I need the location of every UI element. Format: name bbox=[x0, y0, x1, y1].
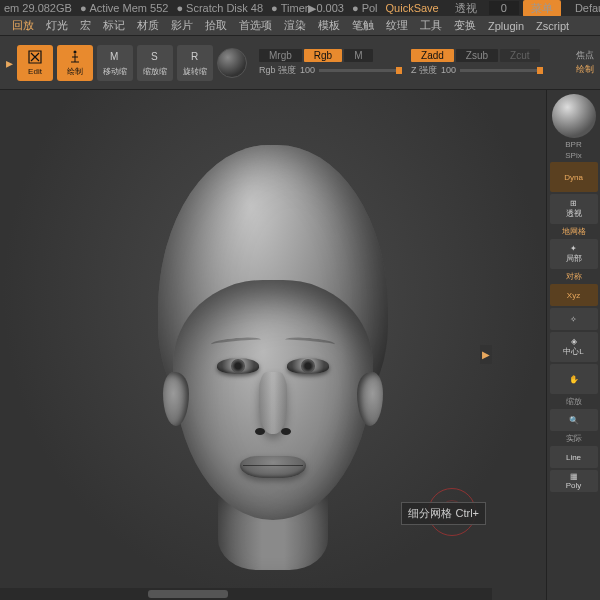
move-button[interactable]: M 移动缩 bbox=[97, 45, 133, 81]
menu-render[interactable]: 渲染 bbox=[278, 16, 312, 35]
timer: Timer▶0.003 bbox=[271, 2, 344, 15]
profile-dropdown[interactable]: DefaultZSc bbox=[569, 1, 600, 15]
menu-material[interactable]: 材质 bbox=[131, 16, 165, 35]
perspective-button[interactable]: ⊞透视 bbox=[550, 194, 598, 224]
center-button[interactable]: ◈中心L bbox=[550, 332, 598, 362]
floor-label[interactable]: 地网格 bbox=[550, 226, 598, 237]
menu-picker[interactable]: 拾取 bbox=[199, 16, 233, 35]
actual-label: 实际 bbox=[550, 433, 598, 444]
polycount: Pol bbox=[352, 2, 378, 14]
rgb-intensity-label: Rgb 强度 bbox=[259, 64, 296, 77]
scale-button[interactable]: S 缩放缩 bbox=[137, 45, 173, 81]
rgb-mode[interactable]: Rgb bbox=[304, 49, 342, 62]
menu-preferences[interactable]: 首选项 bbox=[233, 16, 278, 35]
magnify-icon: 🔍 bbox=[569, 416, 579, 425]
actual-button[interactable]: 🔍 bbox=[550, 409, 598, 431]
menu-stencil[interactable]: 模板 bbox=[312, 16, 346, 35]
draw-icon bbox=[67, 48, 83, 64]
hand-icon: ✋ bbox=[569, 375, 579, 384]
rotate-button[interactable]: R 旋转缩 bbox=[177, 45, 213, 81]
tooltip: 细分网格 Ctrl+ bbox=[401, 502, 486, 525]
toolbar: ▸ Edit 绘制 M 移动缩 S 缩放缩 R 旋转缩 Mrgb Rgb M R… bbox=[0, 36, 600, 90]
material-preview[interactable] bbox=[217, 48, 247, 78]
zsub-mode[interactable]: Zsub bbox=[456, 49, 498, 62]
zadd-mode[interactable]: Zadd bbox=[411, 49, 454, 62]
z-intensity-slider[interactable] bbox=[460, 69, 540, 72]
menu-transform[interactable]: 变换 bbox=[448, 16, 482, 35]
edit-button[interactable]: Edit bbox=[17, 45, 53, 81]
quicksave-button[interactable]: QuickSave bbox=[386, 2, 439, 14]
z-intensity-label: Z 强度 bbox=[411, 64, 437, 77]
svg-point-0 bbox=[74, 51, 77, 54]
viewport[interactable]: 细分网格 Ctrl+ ▶ bbox=[0, 90, 546, 600]
menu-macro[interactable]: 宏 bbox=[74, 16, 97, 35]
right-shelf: BPR SPix Dyna ⊞透视 地网格 ✦局部 对称 Xyz ✧ ◈中心L … bbox=[546, 90, 600, 600]
menu-tool[interactable]: 工具 bbox=[414, 16, 448, 35]
mrgb-mode[interactable]: Mrgb bbox=[259, 49, 302, 62]
axis-icon: ✧ bbox=[570, 315, 577, 324]
expand-icon[interactable]: ▸ bbox=[6, 55, 13, 71]
poly-button[interactable]: ▦Poly bbox=[550, 470, 598, 492]
lasso-icon bbox=[27, 49, 43, 65]
local-button[interactable]: ✦局部 bbox=[550, 239, 598, 269]
menu-zplugin[interactable]: Zplugin bbox=[482, 18, 530, 34]
menu-zscript[interactable]: Zscript bbox=[530, 18, 575, 34]
menu-stroke[interactable]: 笔触 bbox=[346, 16, 380, 35]
focus-label: 焦点 bbox=[576, 49, 594, 62]
zcut-mode[interactable]: Zcut bbox=[500, 49, 539, 62]
dynamesh-button[interactable]: Dyna bbox=[550, 162, 598, 192]
svg-text:S: S bbox=[151, 51, 158, 62]
polyframe-icon: ▦ bbox=[570, 472, 578, 481]
center-icon: ◈ bbox=[571, 337, 577, 346]
svg-text:R: R bbox=[191, 51, 198, 62]
line-button[interactable]: Line bbox=[550, 446, 598, 468]
grid-icon: ⊞ bbox=[570, 199, 577, 208]
perspective-value: 0 bbox=[489, 1, 519, 15]
symmetry-label[interactable]: 对称 bbox=[550, 271, 598, 282]
bpr-label: BPR bbox=[550, 140, 598, 149]
scale-icon: S bbox=[147, 48, 163, 64]
draw-button[interactable]: 绘制 bbox=[57, 45, 93, 81]
axis-button[interactable]: ✧ bbox=[550, 308, 598, 330]
menu-light[interactable]: 灯光 bbox=[40, 16, 74, 35]
free-mem: em 29.082GB bbox=[4, 2, 72, 14]
sculpt-mesh[interactable] bbox=[113, 145, 433, 565]
rotate-icon: R bbox=[187, 48, 203, 64]
menu-texture[interactable]: 纹理 bbox=[380, 16, 414, 35]
spix-label[interactable]: SPix bbox=[550, 151, 598, 160]
horizontal-scrollbar[interactable] bbox=[0, 588, 492, 600]
svg-text:M: M bbox=[110, 51, 118, 62]
xyz-button[interactable]: Xyz bbox=[550, 284, 598, 306]
zoom-label[interactable]: 缩放 bbox=[550, 396, 598, 407]
paint-label: 绘制 bbox=[576, 63, 594, 76]
rgb-intensity-slider[interactable] bbox=[319, 69, 399, 72]
frame-button[interactable]: ✋ bbox=[550, 364, 598, 394]
scratch-disk: Scratch Disk 48 bbox=[176, 2, 263, 14]
active-mem: Active Mem 552 bbox=[80, 2, 169, 14]
menu-marker[interactable]: 标记 bbox=[97, 16, 131, 35]
rgb-intensity-value: 100 bbox=[300, 65, 315, 75]
render-preview[interactable] bbox=[552, 94, 596, 138]
menu-playback[interactable]: 回放 bbox=[6, 16, 40, 35]
panel-expand-icon[interactable]: ▶ bbox=[480, 345, 492, 364]
perspective-label[interactable]: 透视 bbox=[455, 1, 477, 16]
move-icon: M bbox=[107, 48, 123, 64]
main-menu: 回放 灯光 宏 标记 材质 影片 拾取 首选项 渲染 模板 笔触 纹理 工具 变… bbox=[0, 16, 600, 36]
menu-movie[interactable]: 影片 bbox=[165, 16, 199, 35]
star-icon: ✦ bbox=[570, 244, 577, 253]
z-intensity-value: 100 bbox=[441, 65, 456, 75]
status-bar: em 29.082GB Active Mem 552 Scratch Disk … bbox=[0, 0, 600, 16]
m-mode[interactable]: M bbox=[344, 49, 372, 62]
menu-button[interactable]: 菜单 bbox=[523, 0, 561, 16]
